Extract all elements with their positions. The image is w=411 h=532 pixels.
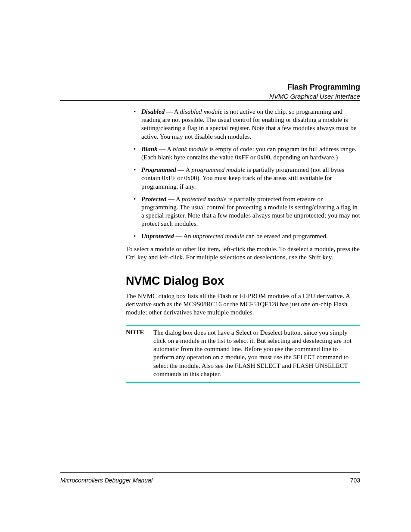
note-block: NOTE The dialog box does not have a Sele… xyxy=(126,325,360,383)
italic-term: protected module xyxy=(182,196,227,202)
list-item: Disabled — A disabled module is not acti… xyxy=(141,108,360,141)
header-divider xyxy=(60,100,360,101)
header-subtitle: NVMC Graphical User Interface xyxy=(60,93,360,100)
footer-page-number: 703 xyxy=(350,477,360,484)
list-item: Protected — A protected module is partia… xyxy=(141,195,360,228)
module-state-list: Disabled — A disabled module is not acti… xyxy=(126,108,360,241)
list-item: Programmed — A programmed module is part… xyxy=(141,166,360,191)
term-programmed: Programmed xyxy=(141,166,176,173)
page-content: Disabled — A disabled module is not acti… xyxy=(126,108,360,383)
page-header: Flash Programming NVMC Graphical User In… xyxy=(60,83,360,100)
italic-term: unprotected module xyxy=(193,233,244,240)
term-disabled: Disabled xyxy=(141,108,165,115)
header-title: Flash Programming xyxy=(60,83,360,92)
italic-term: programmed module xyxy=(191,166,245,173)
sep: — A xyxy=(166,196,181,202)
selection-instructions: To select a module or other list item, l… xyxy=(126,245,360,261)
italic-term: disabled module xyxy=(180,108,223,115)
footer-divider xyxy=(60,472,360,473)
desc-text: can be erased and programmed. xyxy=(244,233,328,240)
note-row: NOTE The dialog box does not have a Sele… xyxy=(126,329,360,379)
list-item: Unprotected — An unprotected module can … xyxy=(141,232,360,240)
term-unprotected: Unprotected xyxy=(141,233,174,240)
footer-manual-title: Microcontrollers Debugger Manual xyxy=(60,477,153,484)
section-heading-nvmc-dialog: NVMC Dialog Box xyxy=(126,274,360,288)
term-protected: Protected xyxy=(141,196,166,202)
sep: — A xyxy=(158,146,173,152)
note-label: NOTE xyxy=(126,329,153,336)
sep: — A xyxy=(165,108,180,115)
note-cmd: SELECT xyxy=(293,354,315,361)
italic-term: blank module xyxy=(173,146,208,152)
term-blank: Blank xyxy=(141,146,158,152)
sep: — An xyxy=(174,233,193,240)
section-intro: The NVMC dialog box lists all the Flash … xyxy=(126,292,360,317)
page-footer: Microcontrollers Debugger Manual 703 xyxy=(60,477,360,484)
sep: — A xyxy=(176,166,191,173)
note-text: The dialog box does not have a Select or… xyxy=(153,329,360,379)
document-page: Flash Programming NVMC Graphical User In… xyxy=(0,0,411,532)
list-item: Blank — A blank module is empty of code:… xyxy=(141,145,360,162)
